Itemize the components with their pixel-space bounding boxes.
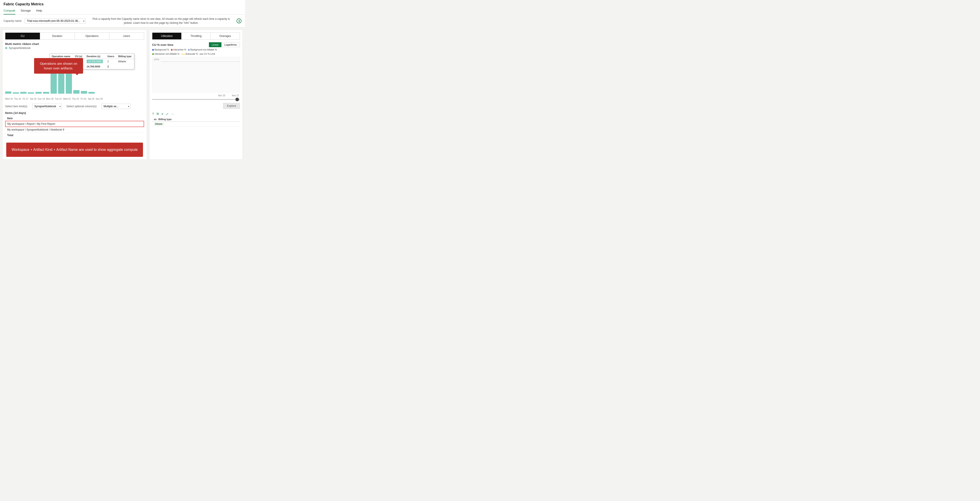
x-label-item: Thu 16 bbox=[14, 98, 21, 100]
metric-tabs: CU Duration Operations Users bbox=[5, 32, 144, 40]
right-icons-row: ? ⧉ ≡ ⤢ ··· bbox=[152, 111, 240, 117]
bar-item bbox=[81, 91, 87, 94]
right-table-row: Billable bbox=[152, 122, 240, 127]
legend-circle-int bbox=[171, 49, 173, 51]
right-panel: Utilization Throttling Overages CU % ove… bbox=[149, 30, 243, 160]
slider-thumb[interactable] bbox=[235, 98, 239, 101]
capacity-select[interactable]: Trial-ruxu-microsoft-com-05-30-2023-01-3… bbox=[25, 18, 86, 24]
right-tab-throttling[interactable]: Throttling bbox=[181, 33, 211, 40]
filter-icon[interactable]: ≡ bbox=[161, 112, 163, 116]
tooltip-total-users: 2 bbox=[106, 64, 116, 69]
capacity-label: Capacity name: bbox=[3, 19, 22, 22]
bottom-callout: Workspace + Artifact Kind + Artifact Nam… bbox=[6, 143, 143, 157]
tooltip-users-val: 2 bbox=[106, 59, 116, 64]
chart-area: Operations are shown on hover over artif… bbox=[5, 51, 144, 100]
legend-interactive: Interactive % bbox=[171, 49, 186, 51]
optional-col-select-wrap: Multiple se... bbox=[102, 104, 130, 109]
optional-col-select[interactable]: Multiple se... bbox=[102, 104, 130, 109]
legend-circle-bgn bbox=[188, 49, 190, 51]
tooltip-billing-val: Billable bbox=[116, 59, 134, 64]
cu-chart-title: CU % over time bbox=[152, 43, 173, 46]
slider-track bbox=[152, 99, 240, 100]
legend-background: Background % bbox=[152, 49, 169, 51]
bar-item bbox=[88, 92, 95, 94]
copy-icon[interactable]: ⧉ bbox=[157, 112, 159, 116]
legend-label-int: Interactive % bbox=[173, 49, 186, 51]
bar-item bbox=[20, 92, 27, 94]
x-axis-labels: Nov 25 Nov 27 bbox=[152, 94, 240, 97]
legend-int-nonbillable: Interactive non-billable % bbox=[152, 53, 180, 55]
chart-100-label: 100% bbox=[154, 58, 159, 61]
info-message: Pick a capacity from the Capacity name s… bbox=[88, 17, 234, 25]
item-cell: My workspace \ Report \ My First Report bbox=[5, 121, 144, 127]
chart-legend: SynapseNotebook bbox=[5, 46, 144, 50]
right-tab-utilization[interactable]: Utilization bbox=[152, 33, 181, 40]
tooltip-col-billing: Billing type bbox=[116, 54, 134, 59]
items-col-item: Item bbox=[5, 116, 144, 121]
x-labels: Wed 15Thu 16Fri 17Sat 18Sun 19Mon 20Tue … bbox=[5, 98, 144, 100]
legend-label-bg: Background % bbox=[154, 49, 169, 51]
legend-circle-inn bbox=[152, 53, 154, 55]
metric-tab-duration[interactable]: Duration bbox=[40, 33, 75, 40]
item-kind-select-wrap: SynapseNotebook bbox=[32, 104, 62, 109]
legend-circle-bg bbox=[152, 49, 154, 51]
bar-item bbox=[5, 92, 11, 94]
tooltip-col-duration: Duration (s) bbox=[85, 54, 106, 59]
bar-item bbox=[66, 74, 72, 94]
info-icon[interactable]: ℹ bbox=[237, 19, 242, 23]
callout-red: Operations are shown on hover over artif… bbox=[34, 58, 83, 74]
nav-tab-storage[interactable]: Storage bbox=[21, 8, 31, 14]
legend-label-bgn: Background non-billable % bbox=[191, 49, 217, 51]
items-title: Items (14 days) bbox=[5, 111, 144, 114]
metric-tab-operations[interactable]: Operations bbox=[75, 33, 110, 40]
legend-bg-nonbillable: Background non-billable % bbox=[188, 49, 217, 51]
metric-tab-cu[interactable]: CU bbox=[5, 33, 40, 40]
x-label-nov25: Nov 25 bbox=[218, 94, 225, 97]
right-tab-overages[interactable]: Overages bbox=[211, 33, 240, 40]
more-icon[interactable]: ··· bbox=[171, 112, 174, 116]
x-label-item: Sat 25 bbox=[88, 98, 94, 100]
metric-tab-users[interactable]: Users bbox=[109, 33, 144, 40]
right-col-billing: Billing type bbox=[158, 118, 172, 120]
x-label-item: Thu 23 bbox=[72, 98, 79, 100]
x-label-item: Mon 20 bbox=[46, 98, 54, 100]
item-kind-label: Select item kind(s): bbox=[5, 105, 28, 108]
scale-btn-linear[interactable]: Linear bbox=[209, 42, 222, 47]
x-label-item: Sun 26 bbox=[96, 98, 103, 100]
legend-line-autoscale bbox=[181, 54, 185, 54]
items-table: Item My workspace \ Report \ My First Re… bbox=[5, 116, 144, 138]
right-col-es: es bbox=[154, 118, 157, 120]
x-label-item: Wed 22 bbox=[63, 98, 71, 100]
x-label-nov27: Nov 27 bbox=[232, 94, 239, 97]
right-table-body: Billable bbox=[152, 122, 240, 127]
main-content: CU Duration Operations Users Multi metri… bbox=[0, 27, 245, 162]
billing-badge: Billable bbox=[154, 122, 164, 125]
question-icon[interactable]: ? bbox=[152, 112, 154, 116]
optional-col-label: Select optional column(s): bbox=[66, 105, 97, 108]
expand-icon[interactable]: ⤢ bbox=[166, 112, 169, 116]
x-label-item: Fri 24 bbox=[80, 98, 87, 100]
nav-tab-compute[interactable]: Compute bbox=[3, 8, 15, 14]
bar-item bbox=[35, 92, 41, 94]
legend-label-inn: Interactive non-billable % bbox=[154, 53, 180, 55]
legend-line-cu bbox=[200, 54, 203, 54]
right-table-header: es Billing type bbox=[152, 117, 240, 122]
app-title: Fabric Capacity Metrics bbox=[3, 2, 242, 6]
total-cell: Total bbox=[5, 133, 144, 138]
legend-label: SynapseNotebook bbox=[9, 46, 30, 50]
left-panel: CU Duration Operations Users Multi metri… bbox=[2, 30, 147, 160]
cu-chart-legend: Background % Interactive % Background no… bbox=[152, 49, 240, 55]
tooltip-total-billing bbox=[116, 64, 134, 69]
explore-button[interactable]: Explore bbox=[223, 103, 240, 109]
bar-item bbox=[43, 92, 49, 94]
table-row: My workspace \ Report \ My First Report bbox=[5, 121, 144, 127]
x-label-item: Sat 18 bbox=[30, 98, 36, 100]
right-metric-tabs: Utilization Throttling Overages bbox=[152, 32, 240, 40]
explore-btn-row: Explore bbox=[152, 103, 240, 109]
timeline-slider[interactable] bbox=[152, 98, 240, 101]
item-kind-select[interactable]: SynapseNotebook bbox=[32, 104, 62, 109]
bar-item bbox=[13, 92, 19, 94]
nav-tab-help[interactable]: Help bbox=[36, 8, 42, 14]
scale-btn-logarithmic[interactable]: Logarithmic bbox=[221, 42, 240, 47]
chart-title: Multi metric ribbon chart bbox=[5, 42, 144, 46]
